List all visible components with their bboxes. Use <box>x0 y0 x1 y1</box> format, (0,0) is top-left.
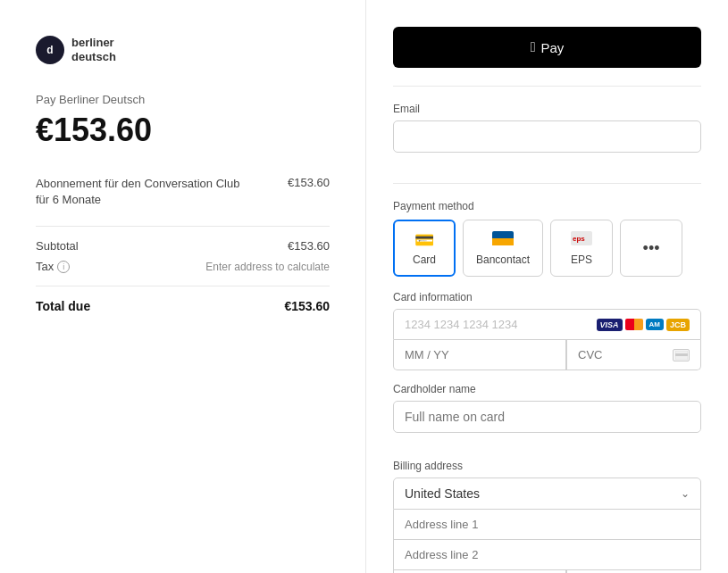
mastercard-icon <box>625 319 643 330</box>
divider <box>36 226 330 227</box>
tax-label: Tax i <box>36 260 70 273</box>
apple-icon:  <box>531 39 536 55</box>
payment-option-bancontact[interactable]: Bancontact <box>463 220 543 277</box>
billing-section: Billing address United States ⌄ State ⌄ <box>393 460 701 573</box>
card-cvc-container <box>566 340 701 370</box>
bancontact-icon <box>492 231 514 250</box>
address-line1-input[interactable] <box>393 510 701 540</box>
subtotal-row: Subtotal €153.60 <box>36 239 330 253</box>
logo-area: d berliner deutsch <box>36 36 330 64</box>
divider-total <box>36 286 330 286</box>
svg-rect-1 <box>492 238 514 245</box>
subtotal-label: Subtotal <box>36 239 79 253</box>
cardholder-section: Cardholder name <box>393 383 701 447</box>
line-item-value: €153.60 <box>288 176 330 189</box>
section-divider <box>393 86 701 87</box>
card-icon-symbol: 💳 <box>414 230 434 250</box>
card-info-label: Card information <box>393 291 701 303</box>
apple-pay-label: Pay <box>540 40 564 55</box>
subtotal-value: €153.60 <box>288 239 330 253</box>
apple-pay-button[interactable]:  Pay <box>393 27 701 68</box>
cardholder-label: Cardholder name <box>393 383 701 395</box>
right-panel:  Pay Email Payment method 💳 Card Bancon… <box>366 0 728 573</box>
total-label: Total due <box>36 299 90 313</box>
email-label: Email <box>393 103 701 115</box>
payment-option-eps[interactable]: eps EPS <box>550 220 613 277</box>
payment-divider <box>393 183 701 184</box>
eps-label: EPS <box>571 253 592 266</box>
card-expiry-input[interactable] <box>393 340 566 370</box>
pay-label: Pay Berliner Deutsch <box>36 93 330 106</box>
bancontact-label: Bancontact <box>476 253 530 266</box>
tax-info-icon[interactable]: i <box>57 261 70 273</box>
tax-row: Tax i Enter address to calculate <box>36 260 330 273</box>
total-value: €153.60 <box>284 299 330 313</box>
svg-rect-5 <box>675 353 688 356</box>
card-brand-icons: VISA AM JCB <box>597 319 690 331</box>
billing-label: Billing address <box>393 460 701 472</box>
country-value: United States <box>405 486 681 501</box>
total-row: Total due €153.60 <box>36 299 330 313</box>
logo-icon: d <box>36 36 64 64</box>
amex-icon: AM <box>646 319 664 330</box>
country-selector[interactable]: United States ⌄ <box>393 478 701 510</box>
email-input[interactable] <box>393 120 701 153</box>
line-item-label: Abonnement für den Conversation Club für… <box>36 176 250 208</box>
line-items: Abonnement für den Conversation Club für… <box>36 176 330 208</box>
payment-methods: 💳 Card Bancontact eps EPS ••• <box>393 220 701 277</box>
more-icon: ••• <box>643 239 660 258</box>
payment-method-label: Payment method <box>393 200 701 212</box>
other-card-icon: JCB <box>666 319 690 331</box>
amount-display: €153.60 <box>36 112 330 149</box>
tax-note: Enter address to calculate <box>205 261 330 273</box>
payment-option-card[interactable]: 💳 Card <box>393 220 456 277</box>
card-cvc-input[interactable] <box>578 348 673 361</box>
card-number-placeholder: 1234 1234 1234 1234 <box>405 318 518 331</box>
line-item: Abonnement für den Conversation Club für… <box>36 176 330 208</box>
visa-icon: VISA <box>597 319 623 331</box>
payment-option-more[interactable]: ••• <box>620 220 682 277</box>
country-chevron-icon: ⌄ <box>681 487 690 500</box>
cvc-icon <box>673 349 690 361</box>
cardholder-input[interactable] <box>393 401 701 433</box>
eps-icon: eps <box>571 231 592 250</box>
svg-text:eps: eps <box>573 235 585 243</box>
card-bottom-row <box>393 340 701 370</box>
address-line2-input[interactable] <box>393 540 701 570</box>
card-option-label: Card <box>413 253 436 266</box>
card-info-section: Card information 1234 1234 1234 1234 VIS… <box>393 291 701 370</box>
card-number-container: 1234 1234 1234 1234 VISA AM JCB <box>393 309 701 340</box>
logo-text: berliner deutsch <box>71 36 116 63</box>
